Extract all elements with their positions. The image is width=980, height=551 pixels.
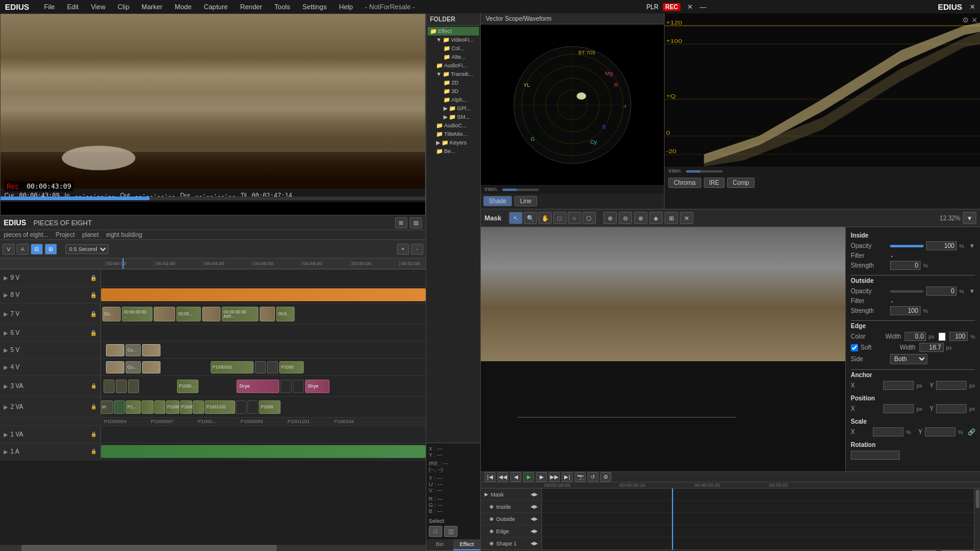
menu-mode[interactable]: Mode bbox=[172, 3, 194, 10]
timeline-hscroll[interactable] bbox=[0, 545, 426, 551]
folder-item-audiofi[interactable]: 📁 AudioFi... bbox=[428, 61, 479, 70]
link-icon[interactable]: 🔗 bbox=[968, 429, 975, 435]
mask-tool-4[interactable]: ◈ bbox=[649, 212, 663, 224]
folder-item-be[interactable]: 📁 Be... bbox=[428, 147, 479, 156]
inten-slider[interactable] bbox=[502, 189, 539, 191]
chroma-btn[interactable]: Chroma bbox=[668, 178, 701, 188]
mask-tool-zoom[interactable]: 🔍 bbox=[524, 212, 537, 224]
folder-item-videofi[interactable]: ▼ 📁 VideoFi... bbox=[428, 36, 479, 44]
select-btn-1[interactable]: □ bbox=[429, 526, 442, 537]
mask-tl-snapshot[interactable]: 📷 bbox=[575, 472, 586, 482]
strength-inside-input[interactable] bbox=[890, 261, 921, 270]
folder-item-3d[interactable]: 📁 3D bbox=[428, 87, 479, 96]
filter-outside-btn[interactable]: ▼ bbox=[969, 288, 975, 294]
mask-canvas[interactable] bbox=[481, 227, 845, 471]
mask-tl-step-fwd[interactable]: ▶ bbox=[536, 472, 547, 482]
tl-icon-1[interactable]: ⊞ bbox=[395, 217, 407, 228]
mask-tl-rewind[interactable]: ◀◀ bbox=[497, 472, 508, 482]
filter-outside-icon[interactable]: ⬩ bbox=[890, 298, 894, 304]
tab-bin[interactable]: Bin bbox=[426, 539, 453, 550]
wf-inten-slider[interactable] bbox=[686, 170, 723, 173]
opacity-outside-input[interactable] bbox=[926, 287, 957, 296]
color-width-input[interactable] bbox=[905, 332, 926, 341]
folder-item-col[interactable]: 📁 Col... bbox=[428, 44, 479, 53]
mask-tl-track-edge[interactable]: ◉ Edge ◀▶ bbox=[481, 525, 541, 538]
tl-zoom-out[interactable]: - bbox=[411, 244, 423, 255]
mask-tool-hand[interactable]: ✋ bbox=[538, 212, 552, 224]
tl-tool-1[interactable]: V bbox=[2, 244, 15, 255]
window-close[interactable]: ✕ bbox=[970, 3, 975, 11]
menu-file[interactable]: File bbox=[42, 3, 58, 10]
menu-settings[interactable]: Settings bbox=[300, 3, 330, 10]
mask-tool-add[interactable]: ⊕ bbox=[603, 212, 617, 224]
mask-tool-6[interactable]: ✕ bbox=[680, 212, 693, 224]
mask-tl-next-keyframe[interactable]: ▶| bbox=[562, 472, 573, 482]
minimize-btn[interactable]: — bbox=[699, 3, 706, 10]
filter-inside-icon[interactable]: ⬩ bbox=[890, 252, 894, 259]
menu-tools[interactable]: Tools bbox=[272, 3, 293, 10]
line-btn[interactable]: Line bbox=[514, 196, 537, 206]
mask-tool-poly[interactable]: ⬡ bbox=[582, 212, 596, 224]
folder-item-alph[interactable]: 📁 Alph... bbox=[428, 96, 479, 104]
anchor-x-input[interactable] bbox=[883, 381, 914, 390]
tl-timescale[interactable]: 0.5 Second 1 Second bbox=[66, 244, 108, 254]
comp-btn[interactable]: Comp bbox=[727, 178, 755, 188]
mask-tl-step-back[interactable]: ◀ bbox=[510, 472, 521, 482]
mask-tl-ff[interactable]: ▶▶ bbox=[549, 472, 560, 482]
mask-tl-playhead[interactable] bbox=[672, 489, 673, 550]
mask-tl-play[interactable]: ▶ bbox=[523, 472, 534, 482]
folder-item-audioc[interactable]: 📁 AudioC... bbox=[428, 121, 479, 130]
tl-tool-snap[interactable]: ⊟ bbox=[31, 244, 43, 255]
color-pct-input[interactable] bbox=[949, 332, 968, 341]
mask-tl-track-outside[interactable]: ◉ Outside ◀▶ bbox=[481, 513, 541, 525]
side-select[interactable]: Both Inside Outside bbox=[890, 354, 927, 364]
folder-item-effect[interactable]: 📁 Effect bbox=[428, 27, 479, 36]
mask-tool-rect[interactable]: □ bbox=[553, 212, 567, 224]
menu-clip[interactable]: Clip bbox=[115, 3, 132, 10]
mask-tl-vscroll[interactable] bbox=[976, 490, 979, 508]
folder-item-transiti[interactable]: ▼ 📁 Transiti... bbox=[428, 70, 479, 78]
tl-zoom-in[interactable]: + bbox=[397, 244, 409, 255]
menu-view[interactable]: View bbox=[88, 3, 108, 10]
mask-tl-track-mask[interactable]: ▶ Mask ◀▶ bbox=[481, 489, 541, 501]
color-swatch[interactable] bbox=[938, 332, 946, 341]
folder-item-titlemix[interactable]: 📁 TitleMix... bbox=[428, 130, 479, 138]
menu-capture[interactable]: Capture bbox=[202, 3, 230, 10]
zoom-dropdown[interactable]: ▼ bbox=[963, 212, 976, 224]
mask-tool-3[interactable]: ⊗ bbox=[634, 212, 647, 224]
soft-width-input[interactable] bbox=[919, 343, 944, 352]
folder-item-sm[interactable]: ▶ 📁 SM... bbox=[428, 113, 479, 121]
mask-tool-select[interactable]: ↖ bbox=[509, 212, 522, 224]
tab-effect[interactable]: Effect bbox=[453, 539, 480, 550]
folder-item-alte[interactable]: 📁 Alte... bbox=[428, 53, 479, 61]
tl-icon-2[interactable]: ▤ bbox=[410, 217, 422, 228]
pos-x-input[interactable] bbox=[883, 404, 914, 413]
rotation-input[interactable] bbox=[851, 451, 900, 460]
pos-y-input[interactable] bbox=[936, 404, 967, 413]
menu-render[interactable]: Render bbox=[238, 3, 265, 10]
ire-btn[interactable]: IRE bbox=[704, 178, 725, 188]
strength-outside-input[interactable] bbox=[890, 306, 921, 315]
scope-close-icon[interactable]: ✕ bbox=[971, 16, 978, 24]
anchor-y-input[interactable] bbox=[936, 381, 967, 390]
mask-tl-track-shape1[interactable]: ◉ Shape 1 ◀▶ bbox=[481, 538, 541, 550]
scale-y-input[interactable] bbox=[925, 427, 956, 437]
select-btn-2[interactable]: ◫ bbox=[444, 526, 458, 537]
mask-tl-prev-keyframe[interactable]: |◀ bbox=[484, 472, 496, 482]
scope-settings-icon[interactable]: ⚙ bbox=[962, 16, 969, 24]
soft-checkbox[interactable] bbox=[851, 344, 858, 351]
shade-btn[interactable]: Shade bbox=[483, 196, 512, 206]
mask-tl-loop[interactable]: ↺ bbox=[587, 472, 598, 482]
menu-help[interactable]: Help bbox=[336, 3, 355, 10]
filter-inside-btn[interactable]: ▼ bbox=[969, 242, 975, 249]
opacity-inside-input[interactable] bbox=[926, 241, 957, 250]
mask-tool-5[interactable]: ⊞ bbox=[665, 212, 678, 224]
tl-tool-2[interactable]: A bbox=[17, 244, 29, 255]
scale-x-input[interactable] bbox=[873, 427, 903, 437]
tl-tool-ripple[interactable]: ⊞ bbox=[45, 244, 57, 255]
mask-tl-track-inside[interactable]: ◉ Inside ◀▶ bbox=[481, 501, 541, 513]
folder-item-gpl[interactable]: ▶ 📁 GPl... bbox=[428, 104, 479, 113]
mask-tool-ellipse[interactable]: ○ bbox=[568, 212, 581, 224]
menu-edit[interactable]: Edit bbox=[64, 3, 81, 10]
folder-item-keyers[interactable]: ▶ 📁 Keyers bbox=[428, 138, 479, 147]
